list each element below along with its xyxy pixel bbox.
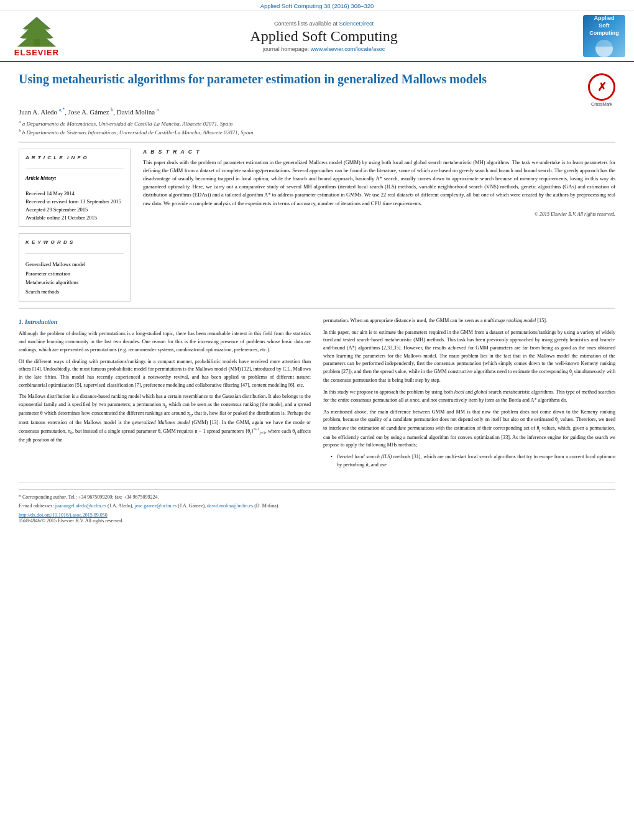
divider-kw xyxy=(25,253,124,254)
article-info-header: A R T I C L E I N F O xyxy=(25,154,124,162)
body-section: 1. Introduction Although the problem of … xyxy=(19,317,615,472)
keywords-box: K E Y W O R D S Generalized Mallows mode… xyxy=(19,233,131,302)
journal-logo-box: AppliedSoftComputing xyxy=(583,15,625,57)
corresponding-author-note: * Corresponding author. Tel.: +34 967509… xyxy=(19,494,615,501)
journal-title: Applied Soft Computing xyxy=(77,28,571,45)
keyword-3: Metaheuristic algorithms xyxy=(25,278,124,287)
keywords-header: K E Y W O R D S xyxy=(25,239,124,247)
article-info-abstract-row: A R T I C L E I N F O Article history: R… xyxy=(19,149,615,302)
contents-line: Contents lists available at ScienceDirec… xyxy=(77,21,571,27)
footer-divider xyxy=(19,482,615,483)
body-col-left: 1. Introduction Although the problem of … xyxy=(19,317,311,472)
journal-center: Contents lists available at ScienceDirec… xyxy=(77,21,571,52)
crossmark-icon: ✗ xyxy=(588,73,615,101)
email3-link[interactable]: david.molina@uclm.es xyxy=(207,503,253,509)
accepted-date: Accepted 29 September 2015 xyxy=(25,206,88,213)
divider-2 xyxy=(19,308,615,308)
journal-meta-row: ELSEVIER Contents lists available at Sci… xyxy=(0,11,634,61)
doi-line: http://dx.doi.org/10.1016/j.asoc.2015.09… xyxy=(19,512,615,518)
affiliation-a: a a Departamento de Matemáticas, Univers… xyxy=(19,119,615,127)
elsevier-tree-icon xyxy=(15,16,58,48)
divider-ai xyxy=(25,168,124,168)
bullet-item-ils: Iterated local search (ILS) methods [31]… xyxy=(331,453,615,469)
elsevier-logo: ELSEVIER xyxy=(9,16,65,57)
body-col-right: permutation. When an appropriate distanc… xyxy=(323,317,615,472)
journal-header: Applied Soft Computing 38 (2016) 308–320… xyxy=(0,0,634,62)
affiliation-b: b b Departamento de Sistemas Informático… xyxy=(19,128,615,136)
page: Applied Soft Computing 38 (2016) 308–320… xyxy=(0,0,634,840)
intro-para-2: Of the different ways of dealing with pe… xyxy=(19,358,311,390)
elsevier-text: ELSEVIER xyxy=(14,48,59,57)
article-title: Using metaheuristic algorithms for param… xyxy=(19,71,578,87)
article-content: Using metaheuristic algorithms for param… xyxy=(0,62,634,530)
section-1-heading: 1. Introduction xyxy=(19,317,311,327)
right-para-3: In this study we propose to approach the… xyxy=(323,389,615,404)
journal-top-link: Applied Soft Computing 38 (2016) 308–320 xyxy=(0,0,634,11)
keyword-4: Search methods xyxy=(25,287,124,296)
received-revised-date: Received in revised form 13 September 20… xyxy=(25,198,121,205)
email1-link[interactable]: juanangel.aledo@uclm.es xyxy=(55,503,106,509)
intro-para-3: The Mallows distribution is a distance-b… xyxy=(19,393,311,445)
email-line: E-mail addresses: juanangel.aledo@uclm.e… xyxy=(19,502,615,510)
doi-link[interactable]: http://dx.doi.org/10.1016/j.asoc.2015.09… xyxy=(19,512,108,518)
journal-volume-ref: Applied Soft Computing 38 (2016) 308–320 xyxy=(260,2,374,9)
divider-1 xyxy=(19,142,615,142)
article-history-label: Article history: xyxy=(25,175,124,182)
right-para-1: permutation. When an appropriate distanc… xyxy=(323,317,615,325)
received-date: Received 14 May 2014 xyxy=(25,190,75,196)
article-info-box: A R T I C L E I N F O Article history: R… xyxy=(19,149,131,228)
copyright-line: © 2015 Elsevier B.V. All rights reserved… xyxy=(143,211,615,217)
footer-section: * Corresponding author. Tel.: +34 967509… xyxy=(19,489,615,524)
journal-url[interactable]: www.elsevier.com/locate/asoc xyxy=(311,46,385,52)
abstract-text: This paper deals with the problem of par… xyxy=(143,159,615,208)
journal-homepage: journal homepage: www.elsevier.com/locat… xyxy=(77,46,571,52)
journal-logo-text: AppliedSoftComputing xyxy=(589,15,619,37)
right-para-4: As mentioned above, the main difference … xyxy=(323,408,615,450)
right-column: A B S T R A C T This paper deals with th… xyxy=(143,149,615,302)
right-para-2: In this paper, our aim is to estimate th… xyxy=(323,329,615,385)
journal-logo-circle-icon xyxy=(595,40,613,57)
keyword-1: Generalized Mallows model xyxy=(25,260,124,269)
crossmark-logo: ✗ CrossMark xyxy=(588,73,615,101)
keyword-2: Parameter estimation xyxy=(25,269,124,278)
left-column: A R T I C L E I N F O Article history: R… xyxy=(19,149,131,302)
available-date: Available online 21 October 2015 xyxy=(25,215,97,221)
sciencedirect-link[interactable]: ScienceDirect xyxy=(339,21,374,27)
abstract-header: A B S T R A C T xyxy=(143,149,615,155)
intro-para-1: Although the problem of dealing with per… xyxy=(19,330,311,354)
article-title-section: Using metaheuristic algorithms for param… xyxy=(19,71,615,101)
authors-line: Juan A. Aledo a,*, Jose A. Gámez b, Davi… xyxy=(19,107,615,116)
issn-line: 1568-4946/© 2015 Elsevier B.V. All right… xyxy=(19,518,615,524)
email2-link[interactable]: jose.gamez@uclm.es xyxy=(134,503,177,509)
